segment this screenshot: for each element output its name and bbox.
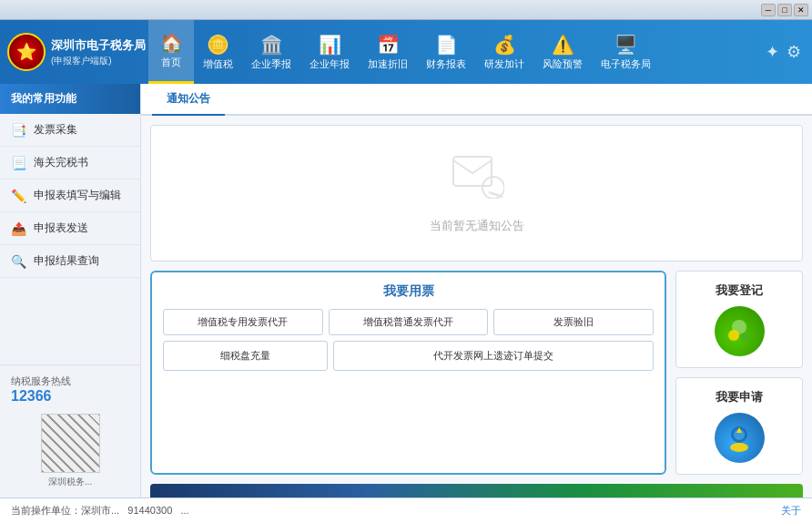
logo-emblem: ⭐ [7, 33, 46, 71]
nav-home-label: 首页 [161, 56, 181, 69]
quick-btn-purchase-normal[interactable]: 增值税普通发票代开 [329, 309, 489, 335]
svg-rect-0 [453, 157, 492, 186]
tab-notice-label: 通知公告 [167, 92, 210, 105]
close-button[interactable]: ✕ [794, 4, 808, 16]
declaration-fill-icon: ✏️ [11, 189, 26, 203]
notice-empty-text: 当前暂无通知公告 [430, 218, 524, 234]
logo-area: ⭐ 深圳市电子税务局 (申报客户端版) [7, 33, 148, 71]
svg-line-2 [489, 192, 502, 197]
annual-report-icon: 📊 [319, 34, 341, 56]
sidebar-item-invoice-query-label: 发票采集 [34, 122, 77, 138]
declaration-send-icon: 📤 [11, 221, 26, 236]
app-window: ⭐ 深圳市电子税务局 (申报客户端版) 🏠 首页 🪙 增值税 🏛️ 企业季报 📊… [0, 20, 812, 523]
financial-icon: 📄 [435, 34, 458, 56]
nav-item-etax[interactable]: 🖥️ 电子税务局 [592, 20, 660, 84]
status-right-link[interactable]: 关于 [781, 504, 801, 518]
tax-info-icon: 🪙 [207, 34, 229, 56]
sidebar-item-customs-letter[interactable]: 📃 海关完税书 [0, 147, 140, 179]
sidebar-item-declaration-result-label: 申报结果查询 [34, 253, 99, 269]
nav-company-quarter-label: 企业季报 [251, 57, 291, 71]
nav-item-financial[interactable]: 📄 财务报表 [417, 20, 475, 84]
qrcode-area: 深圳税务... [11, 414, 129, 488]
header-actions: ✦ ⚙ [766, 42, 805, 62]
nav-fast-decl-label: 加速折旧 [368, 57, 408, 71]
logo-text: 深圳市电子税务局 (申报客户端版) [51, 36, 146, 68]
register-panel: 我要登记 [675, 271, 803, 368]
risk-icon: ⚠️ [552, 34, 574, 56]
status-spacer: ... [180, 505, 188, 516]
header-settings-gear[interactable]: ⚙ [787, 42, 801, 62]
fast-decl-icon: 📅 [377, 34, 400, 56]
body-area: 我的常用功能 📑 发票采集 📃 海关完税书 ✏️ 申报表填写与编辑 📤 申报表发… [0, 84, 812, 497]
tab-bar: 通知公告 [141, 84, 812, 116]
quick-main-box: 我要用票 增值税专用发票代开 增值税普通发票代开 发票验旧 细税盘充量 代开发票… [150, 271, 666, 475]
nav-risk-label: 风险预警 [543, 57, 583, 71]
quick-btn-purchase-special[interactable]: 增值税专用发票代开 [163, 309, 323, 335]
sidebar-item-invoice-query[interactable]: 📑 发票采集 [0, 114, 140, 147]
nav-item-audit[interactable]: 💰 研发加计 [475, 20, 533, 84]
banner-area: 🏛️ 国家税务总局深圳市税务局 SHENZHEN MUNICIPAL TAX S… [150, 484, 803, 497]
minimize-button[interactable]: ─ [761, 4, 776, 16]
quick-buttons-row1: 增值税专用发票代开 增值税普通发票代开 发票验旧 [163, 309, 654, 335]
apply-panel-title: 我要申请 [716, 389, 763, 405]
register-panel-title: 我要登记 [716, 282, 763, 299]
company-quarter-icon: 🏛️ [260, 34, 283, 56]
quick-btn-online-order[interactable]: 代开发票网上遗迹订单提交 [333, 341, 654, 371]
nav-audit-label: 研发加计 [484, 57, 524, 71]
nav-item-fast-declaration[interactable]: 📅 加速折旧 [359, 20, 417, 84]
app-title-line1: 深圳市电子税务局 [51, 36, 146, 55]
svg-point-4 [728, 330, 739, 341]
apply-panel-icon[interactable] [715, 413, 765, 463]
hotline-number: 12366 [11, 388, 129, 405]
qrcode-image [41, 414, 100, 473]
nav-annual-report-label: 企业年报 [310, 57, 350, 71]
sidebar-item-declaration-send[interactable]: 📤 申报表发送 [0, 212, 140, 245]
home-icon: 🏠 [160, 32, 183, 54]
nav-tax-info-label: 增值税 [203, 57, 233, 71]
side-panels: 我要登记 我要申请 [675, 271, 803, 475]
quick-btn-invoice-confirm[interactable]: 发票验旧 [493, 309, 654, 335]
quick-btn-add-tax-disk[interactable]: 细税盘充量 [163, 341, 328, 371]
status-prefix-text: 当前操作单位：深圳市... [11, 505, 119, 516]
status-bar: 当前操作单位：深圳市... 91440300 ... 关于 [0, 497, 812, 523]
banner-content: 🏛️ 国家税务总局深圳市税务局 SHENZHEN MUNICIPAL TAX S… [150, 484, 803, 497]
hotline-label: 纳税服务热线 [11, 374, 129, 388]
etax-icon: 🖥️ [614, 34, 637, 56]
nav-etax-label: 电子税务局 [601, 57, 651, 71]
tab-notice[interactable]: 通知公告 [152, 84, 225, 116]
nav-item-risk[interactable]: ⚠️ 风险预警 [533, 20, 592, 84]
sidebar: 我的常用功能 📑 发票采集 📃 海关完税书 ✏️ 申报表填写与编辑 📤 申报表发… [0, 84, 141, 497]
maximize-button[interactable]: □ [777, 4, 792, 16]
notice-area: 当前暂无通知公告 [150, 125, 803, 262]
apply-panel: 我要申请 [675, 377, 803, 475]
status-org-prefix: 当前操作单位：深圳市... 91440300 ... [11, 504, 189, 518]
sidebar-item-declaration-fill-label: 申报表填写与编辑 [34, 188, 121, 203]
no-notice-icon [450, 153, 504, 209]
sidebar-title: 我的常用功能 [0, 84, 140, 114]
header: ⭐ 深圳市电子税务局 (申报客户端版) 🏠 首页 🪙 增值税 🏛️ 企业季报 📊… [0, 20, 812, 84]
nav-item-annual-report[interactable]: 📊 企业年报 [300, 20, 359, 84]
register-panel-icon[interactable] [715, 306, 765, 356]
status-code: 91440300 [127, 505, 172, 516]
title-bar: ─ □ ✕ [0, 0, 812, 20]
sidebar-item-declaration-send-label: 申报表发送 [34, 220, 88, 236]
quick-area: 我要用票 增值税专用发票代开 增值税普通发票代开 发票验旧 细税盘充量 代开发票… [150, 271, 803, 475]
sidebar-bottom: 纳税服务热线 12366 深圳税务... [0, 364, 140, 497]
sidebar-item-declaration-fill[interactable]: ✏️ 申报表填写与编辑 [0, 179, 140, 212]
audit-icon: 💰 [493, 34, 516, 56]
declaration-result-icon: 🔍 [11, 254, 26, 269]
nav-item-tax-info[interactable]: 🪙 增值税 [194, 20, 242, 84]
nav-item-home[interactable]: 🏠 首页 [148, 20, 194, 84]
customs-letter-icon: 📃 [11, 156, 26, 170]
nav-area: 🏠 首页 🪙 增值税 🏛️ 企业季报 📊 企业年报 📅 加速折旧 📄 财 [148, 20, 766, 84]
quick-main-title: 我要用票 [163, 283, 654, 300]
svg-point-5 [740, 333, 749, 342]
invoice-query-icon: 📑 [11, 123, 26, 138]
quick-buttons-row2: 细税盘充量 代开发票网上遗迹订单提交 [163, 341, 654, 371]
settings-icon[interactable]: ✦ [766, 42, 779, 62]
main-content: 通知公告 当前暂无通知公告 我要用票 [141, 84, 812, 497]
sidebar-item-customs-label: 海关完税书 [34, 155, 88, 170]
app-title-line2: (申报客户端版) [51, 54, 146, 67]
nav-item-company-quarter[interactable]: 🏛️ 企业季报 [242, 20, 300, 84]
sidebar-item-declaration-result[interactable]: 🔍 申报结果查询 [0, 245, 140, 278]
